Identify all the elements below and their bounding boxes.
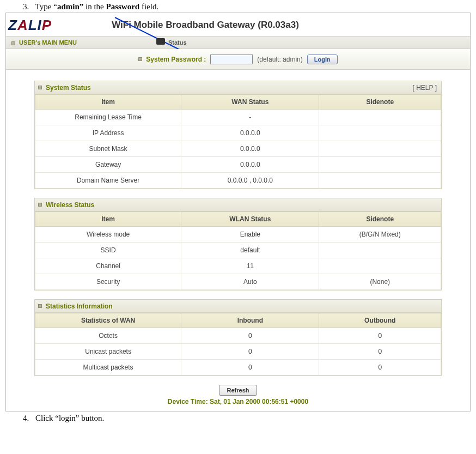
step4-text: Click “login” button.	[35, 414, 104, 422]
table-row: Gateway0.0.0.0	[35, 157, 441, 173]
square-bullet-icon	[38, 86, 42, 89]
section-title: Statistics Information	[46, 302, 113, 310]
wireless-status-table: Item WLAN Status Sidenote Wireless modeE…	[35, 211, 441, 290]
menu-status[interactable]: Status	[153, 39, 187, 46]
zalip-logo: ZALIP	[8, 17, 52, 34]
col-wlan-status: WLAN Status	[181, 212, 319, 227]
table-row: Wireless modeEnable(B/G/N Mixed)	[35, 227, 441, 243]
table-row: Unicast packets00	[35, 344, 441, 360]
col-item: Item	[35, 95, 181, 110]
step3-number: 3.	[23, 2, 29, 11]
page-title: WiFi Mobile Broadband Gateway (R0.03a3)	[112, 20, 299, 31]
zalip-logo-text: ZALIP	[8, 17, 52, 34]
table-row: Channel11	[35, 258, 441, 274]
table-row: Domain Name Server0.0.0.0 , 0.0.0.0	[35, 173, 441, 189]
router-admin-screenshot: ZALIP WiFi Mobile Broadband Gateway (R0.…	[5, 13, 471, 411]
content-area: System Status [ HELP ] Item WAN Status S…	[6, 70, 470, 408]
section-title: Wireless Status	[46, 201, 94, 209]
refresh-button[interactable]: Refresh	[219, 385, 258, 396]
col-outbound: Outbound	[319, 313, 441, 328]
statistics-table: Statistics of WAN Inbound Outbound Octet…	[35, 313, 441, 376]
col-stats-wan: Statistics of WAN	[35, 313, 181, 328]
square-bullet-icon	[38, 203, 42, 207]
step4-number: 4.	[23, 414, 29, 422]
step3-bold-password: Password	[106, 2, 140, 11]
step3-pre: Type “	[35, 2, 57, 11]
section-statistics: Statistics Information Statistics of WAN…	[34, 299, 442, 376]
section-header-system: System Status [ HELP ]	[35, 81, 441, 94]
refresh-row: Refresh	[34, 385, 442, 396]
instruction-step-3: 3. Type “admin” in the Password field.	[23, 2, 476, 11]
square-bullet-icon	[138, 57, 142, 61]
table-header-row: Item WLAN Status Sidenote	[35, 212, 441, 227]
section-title: System Status	[46, 84, 91, 92]
default-hint: (default: admin)	[257, 56, 302, 63]
system-password-label: System Password :	[138, 56, 206, 63]
help-link[interactable]: [ HELP ]	[413, 84, 437, 92]
table-row: Subnet Mask0.0.0.0	[35, 141, 441, 157]
step3-mid: in the	[83, 2, 106, 11]
col-wan-status: WAN Status	[181, 95, 319, 110]
table-header-row: Statistics of WAN Inbound Outbound	[35, 313, 441, 328]
section-wireless-status: Wireless Status Item WLAN Status Sidenot…	[34, 198, 442, 290]
section-system-status: System Status [ HELP ] Item WAN Status S…	[34, 81, 442, 189]
main-menu-label: USER's MAIN MENU	[19, 39, 77, 46]
col-sidenote: Sidenote	[319, 212, 441, 227]
col-sidenote: Sidenote	[319, 95, 441, 110]
system-password-input[interactable]	[210, 55, 253, 64]
table-row: SecurityAuto(None)	[35, 274, 441, 290]
step3-post: field.	[139, 2, 158, 11]
section-header-wireless: Wireless Status	[35, 198, 441, 211]
square-bullet-icon	[38, 304, 42, 308]
table-row: IP Address0.0.0.0	[35, 125, 441, 141]
table-row: SSIDdefault	[35, 243, 441, 258]
table-row: Remaining Lease Time-	[35, 110, 441, 125]
step3-bold-admin: admin”	[57, 2, 83, 11]
section-header-stats: Statistics Information	[35, 300, 441, 313]
status-icon	[156, 38, 165, 45]
table-header-row: Item WAN Status Sidenote	[35, 95, 441, 110]
table-row: Multicast packets00	[35, 360, 441, 376]
device-time: Device Time: Sat, 01 Jan 2000 00:56:51 +…	[34, 398, 442, 405]
system-status-table: Item WAN Status Sidenote Remaining Lease…	[35, 94, 441, 189]
square-bullet-icon	[11, 41, 15, 45]
main-menu-bar: USER's MAIN MENU Status	[6, 36, 470, 49]
instruction-step-4: 4. Click “login” button.	[23, 414, 476, 423]
menu-status-label: Status	[168, 39, 187, 46]
logo-bar: ZALIP WiFi Mobile Broadband Gateway (R0.…	[6, 13, 470, 36]
login-button[interactable]: Login	[307, 55, 338, 64]
col-item: Item	[35, 212, 181, 227]
login-bar: System Password : (default: admin) Login	[6, 49, 470, 70]
col-inbound: Inbound	[181, 313, 319, 328]
table-row: Octets00	[35, 328, 441, 344]
main-menu-link[interactable]: USER's MAIN MENU	[6, 39, 77, 46]
